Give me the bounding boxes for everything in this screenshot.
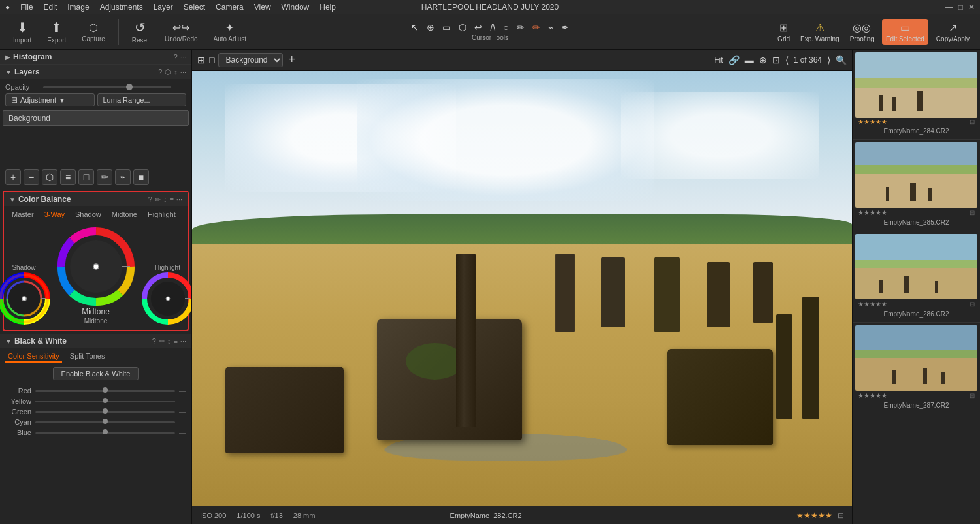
cursor-tool-4[interactable]: ⬡ <box>459 22 466 33</box>
menu-window[interactable]: Window <box>282 3 310 12</box>
bw-edit-icon[interactable]: ✏ <box>159 337 165 346</box>
opacity-slider[interactable] <box>43 86 171 88</box>
cursor-tool-1[interactable]: ↖ <box>411 22 419 33</box>
red-slider[interactable] <box>35 390 175 392</box>
cb-tab-highlight[interactable]: Highlight <box>145 209 178 220</box>
shadow-color-wheel[interactable] <box>0 272 50 325</box>
thumb-menu-icon-4[interactable]: ⊟ <box>970 392 975 399</box>
layers-header[interactable]: ▼ Layers ? ⬡ ↕ ··· <box>0 65 191 79</box>
image-view[interactable] <box>192 71 852 506</box>
view-mode-icon[interactable]: ▬ <box>745 55 754 65</box>
cursor-tool-2[interactable]: ⊕ <box>427 22 434 33</box>
layer-paint-button[interactable]: ✏ <box>97 169 112 185</box>
layers-help-icon[interactable]: ? <box>158 68 162 76</box>
layers-more-icon[interactable]: ··· <box>180 68 186 76</box>
menu-camera[interactable]: Camera <box>216 3 244 12</box>
bw-help-icon[interactable]: ? <box>152 337 156 346</box>
layer-camera-button[interactable]: ⬡ <box>42 169 57 185</box>
thumbnail-4[interactable]: ★★★★★ ⊟ EmptyName_287.CR2 <box>853 323 980 414</box>
view-single-icon[interactable]: □ <box>209 55 214 65</box>
thumbnail-1[interactable]: ★★★★★ ⊟ EmptyName_284.CR2 <box>853 50 980 140</box>
exp-warning-button[interactable]: ⚠ Exp. Warning <box>798 20 842 44</box>
black-white-header[interactable]: ▼ Black & White ? ✏ ↕ ≡ ··· <box>0 334 191 348</box>
cursor-tool-7[interactable]: ○ <box>503 22 508 33</box>
cursor-tool-3[interactable]: ▭ <box>442 22 451 33</box>
background-select[interactable]: Background <box>218 53 283 67</box>
cursor-tool-10[interactable]: ⌁ <box>548 22 553 33</box>
win-maximize[interactable]: □ <box>958 3 963 12</box>
layer-square-button[interactable]: □ <box>78 169 94 185</box>
layer-remove-button[interactable]: − <box>24 169 39 185</box>
grid-button[interactable]: ⊞ Grid <box>775 20 792 44</box>
auto-adjust-button[interactable]: ✦ Auto Adjust <box>208 19 252 45</box>
menu-view[interactable]: View <box>254 3 271 12</box>
menu-select[interactable]: Select <box>184 3 205 12</box>
blue-slider[interactable] <box>35 432 175 434</box>
bw-tab-color-sensitivity[interactable]: Color Sensitivity <box>5 351 62 363</box>
green-slider[interactable] <box>35 411 175 413</box>
highlight-color-wheel[interactable] <box>142 272 193 325</box>
import-button[interactable]: ⬇ Import <box>8 17 37 46</box>
midtone-color-wheel[interactable] <box>57 227 135 306</box>
color-balance-arrow-icon[interactable]: ↕ <box>163 195 167 204</box>
cursor-tool-11[interactable]: ✒ <box>561 22 569 33</box>
color-balance-more-icon[interactable]: ··· <box>176 195 182 204</box>
color-balance-list-icon[interactable]: ≡ <box>169 195 173 204</box>
layer-list-button[interactable]: ≡ <box>60 169 76 185</box>
reset-button[interactable]: ↺ Reset <box>127 17 154 46</box>
layers-clone-icon[interactable]: ⬡ <box>165 68 171 76</box>
background-layer[interactable]: Background <box>3 110 189 126</box>
histogram-help-icon[interactable]: ? <box>174 53 178 61</box>
thumbnail-2[interactable]: ★★★★★ ⊟ EmptyName_285.CR2 <box>853 140 980 231</box>
histogram-more-icon[interactable]: ··· <box>180 53 186 61</box>
add-layer-icon[interactable]: + <box>288 53 295 67</box>
copy-apply-button[interactable]: ↗ Copy/Apply <box>934 20 972 44</box>
adjustment-button[interactable]: ⊟ Adjustment ▼ <box>5 93 95 106</box>
layer-add-button[interactable]: + <box>5 169 21 185</box>
menu-image[interactable]: Image <box>67 3 89 12</box>
thumbnail-3[interactable]: ★★★★★ ⊟ EmptyName_286.CR2 <box>853 231 980 323</box>
bw-arrows-icon[interactable]: ↕ <box>167 337 171 346</box>
cursor-tool-9[interactable]: ✏ <box>532 22 540 33</box>
enable-bw-button[interactable]: Enable Black & White <box>53 367 139 380</box>
page-next-icon[interactable]: ⟩ <box>827 55 830 65</box>
win-minimize[interactable]: — <box>945 3 953 12</box>
cb-tab-midtone[interactable]: Midtone <box>109 209 140 220</box>
cb-tab-3way[interactable]: 3-Way <box>42 209 67 220</box>
color-balance-help-icon[interactable]: ? <box>148 195 152 204</box>
luma-range-button[interactable]: Luma Range... <box>97 93 187 106</box>
thumb-menu-icon-3[interactable]: ⊟ <box>970 301 975 308</box>
color-balance-header[interactable]: ▼ Color Balance ? ✏ ↕ ≡ ··· <box>4 192 188 206</box>
thumb-menu-icon-2[interactable]: ⊟ <box>970 209 975 216</box>
export-button[interactable]: ⬆ Export <box>42 17 71 46</box>
bw-list-icon[interactable]: ≡ <box>173 337 177 346</box>
menu-edit[interactable]: Edit <box>44 3 57 12</box>
cb-tab-shadow[interactable]: Shadow <box>73 209 104 220</box>
page-prev-icon[interactable]: ⟨ <box>785 55 789 65</box>
proofing-button[interactable]: ◎◎ Proofing <box>847 20 877 44</box>
menu-adjustments[interactable]: Adjustments <box>100 3 143 12</box>
layers-arrow-icon[interactable]: ↕ <box>174 68 178 76</box>
thumb-menu-icon-1[interactable]: ⊟ <box>970 118 975 125</box>
color-balance-edit-icon[interactable]: ✏ <box>155 195 161 204</box>
undo-redo-button[interactable]: ↩↪ Undo/Redo <box>159 19 203 45</box>
cyan-slider[interactable] <box>35 421 175 423</box>
menu-file[interactable]: File <box>20 3 33 12</box>
cursor-tool-8[interactable]: ✏ <box>517 22 525 33</box>
edit-selected-button[interactable]: ▭ Edit Selected <box>882 19 928 45</box>
yellow-slider[interactable] <box>35 401 175 402</box>
menu-layer[interactable]: Layer <box>154 3 173 12</box>
search-icon[interactable]: 🔍 <box>836 55 847 65</box>
capture-button[interactable]: ⬡ Capture <box>76 19 110 45</box>
win-close[interactable]: ✕ <box>968 3 975 12</box>
link-icon[interactable]: 🔗 <box>728 55 740 65</box>
cursor-tool-6[interactable]: /\ <box>490 22 495 33</box>
histogram-header[interactable]: ▶ Histogram ? ··· <box>0 50 191 64</box>
bw-more-icon[interactable]: ··· <box>180 337 186 346</box>
zoom-in-icon[interactable]: ⊕ <box>759 55 767 65</box>
layer-brush-button[interactable]: ⌁ <box>115 169 131 185</box>
cb-tab-master[interactable]: Master <box>9 209 37 220</box>
zoom-fit-icon[interactable]: ⊡ <box>772 55 780 65</box>
menu-help[interactable]: Help <box>319 3 336 12</box>
view-grid-icon[interactable]: ⊞ <box>197 55 205 65</box>
